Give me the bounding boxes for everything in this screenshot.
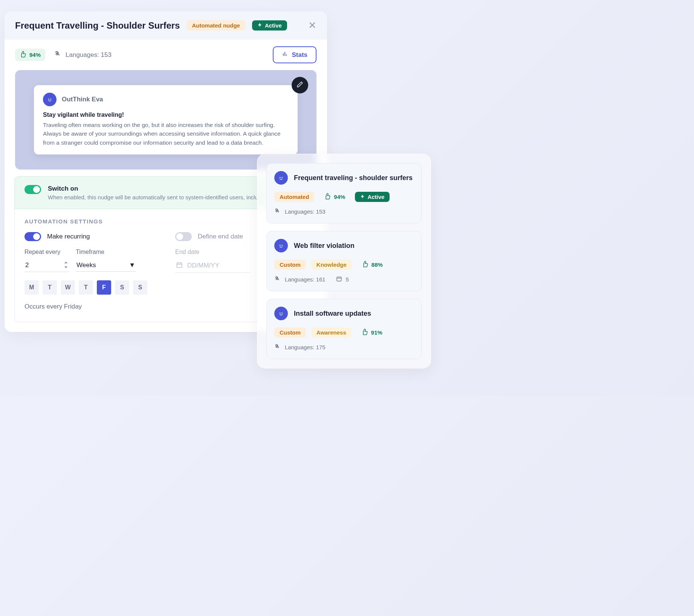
nudge-title: Web filter violation bbox=[294, 242, 355, 250]
languages-label: Languages: 153 bbox=[66, 51, 112, 59]
nudge-card-2[interactable]: Install software updates CustomAwareness… bbox=[266, 299, 422, 359]
bar-chart-icon bbox=[282, 51, 288, 59]
timeframe-select[interactable]: Weeks ▼ bbox=[76, 259, 136, 272]
svg-point-1 bbox=[48, 99, 49, 100]
svg-point-6 bbox=[281, 177, 283, 178]
svg-point-11 bbox=[278, 310, 284, 317]
days-row: MTWTFSS bbox=[24, 280, 156, 295]
nudge-head: Frequent traveling - shoulder surfers bbox=[274, 171, 414, 185]
svg-point-4 bbox=[278, 174, 284, 181]
day-5[interactable]: S bbox=[115, 280, 129, 295]
repeat-input[interactable]: 2 bbox=[24, 259, 69, 272]
nudge-lang-row: Languages: 153 bbox=[274, 208, 414, 216]
timeframe-value: Weeks bbox=[76, 261, 96, 269]
occurs-text: Occurs every Friday bbox=[24, 303, 156, 310]
stats-button[interactable]: Stats bbox=[273, 46, 316, 63]
day-1[interactable]: T bbox=[43, 280, 57, 295]
timeframe-label: Timeframe bbox=[76, 249, 136, 255]
meta-row: 94% Languages: 153 Stats bbox=[5, 40, 327, 70]
tag-primary: Custom bbox=[274, 260, 306, 270]
day-4[interactable]: F bbox=[97, 280, 111, 295]
score-badge: 94% bbox=[15, 49, 45, 61]
card-score: 91% bbox=[357, 326, 387, 339]
day-3[interactable]: T bbox=[79, 280, 93, 295]
nudge-meta: CustomKnowledge88% bbox=[274, 258, 414, 271]
day-0[interactable]: M bbox=[24, 280, 39, 295]
card-languages: Languages: 153 bbox=[285, 208, 326, 215]
nudge-head: Install software updates bbox=[274, 307, 414, 320]
bot-avatar bbox=[43, 93, 57, 106]
timeframe-field: Timeframe Weeks ▼ bbox=[76, 249, 136, 272]
svg-point-8 bbox=[280, 245, 281, 246]
repeat-fields: Repeat every 2 Timeframe Weeks ▼ bbox=[24, 249, 156, 272]
nudge-title: Frequent traveling - shoulder surfers bbox=[294, 174, 413, 182]
chevron-down-icon: ▼ bbox=[129, 261, 135, 269]
page-title: Frequent Travelling - Shoulder Surfers bbox=[15, 20, 180, 31]
message-title: Stay vigilant while traveling! bbox=[43, 112, 289, 118]
bot-avatar bbox=[274, 239, 288, 252]
bot-avatar bbox=[274, 171, 288, 185]
recurring-column: Make recurring Repeat every 2 Timefram bbox=[24, 232, 156, 310]
nudge-title: Install software updates bbox=[294, 310, 371, 318]
message-body: Traveling often means working on the go,… bbox=[43, 121, 289, 147]
stepper-icon[interactable] bbox=[64, 261, 68, 269]
nudge-head: Web filter violation bbox=[274, 239, 414, 252]
svg-point-2 bbox=[50, 99, 51, 100]
languages-info: Languages: 153 bbox=[54, 50, 112, 60]
repeat-label: Repeat every bbox=[24, 249, 69, 255]
card-active-badge: Active bbox=[355, 192, 390, 202]
edit-button[interactable] bbox=[292, 77, 308, 93]
svg-point-0 bbox=[46, 96, 53, 103]
automated-badge: Automated nudge bbox=[186, 20, 245, 31]
day-2[interactable]: W bbox=[61, 280, 75, 295]
switch-label: Switch on bbox=[48, 185, 258, 193]
tag-primary: Automated bbox=[274, 192, 314, 202]
card-languages: Languages: 161 bbox=[285, 276, 326, 283]
translate-icon bbox=[274, 275, 281, 283]
day-6[interactable]: S bbox=[133, 280, 147, 295]
close-button[interactable]: ✕ bbox=[308, 20, 316, 31]
message-head: OutThink Eva bbox=[43, 93, 289, 106]
svg-rect-3 bbox=[177, 263, 182, 267]
card-header: Frequent Travelling - Shoulder Surfers A… bbox=[5, 11, 327, 40]
nudge-card-0[interactable]: Frequent traveling - shoulder surfers Au… bbox=[266, 163, 422, 223]
card-languages: Languages: 175 bbox=[285, 344, 326, 350]
thumb-up-icon bbox=[361, 329, 368, 336]
nudge-card-1[interactable]: Web filter violation CustomKnowledge88% … bbox=[266, 231, 422, 291]
recurring-label: Make recurring bbox=[47, 233, 90, 240]
active-label: Active bbox=[265, 22, 282, 29]
svg-point-5 bbox=[280, 177, 281, 178]
tag-primary: Custom bbox=[274, 327, 306, 338]
tag-secondary: Knowledge bbox=[311, 260, 352, 270]
pencil-icon bbox=[297, 81, 303, 90]
switch-desc: When enabled, this nudge will be automat… bbox=[48, 194, 258, 200]
repeat-value: 2 bbox=[25, 261, 29, 269]
nudge-meta: CustomAwareness91% bbox=[274, 326, 414, 339]
switch-text: Switch on When enabled, this nudge will … bbox=[48, 185, 258, 200]
thumb-up-icon bbox=[20, 51, 26, 59]
translate-icon bbox=[274, 208, 281, 216]
stats-label: Stats bbox=[292, 51, 307, 59]
switch-on-toggle[interactable] bbox=[24, 185, 41, 194]
bolt-icon bbox=[360, 194, 365, 200]
repeat-field: Repeat every 2 bbox=[24, 249, 69, 272]
message-card: OutThink Eva Stay vigilant while traveli… bbox=[34, 85, 298, 154]
thumb-up-icon bbox=[324, 193, 331, 201]
bot-name: OutThink Eva bbox=[62, 96, 103, 103]
bolt-icon bbox=[257, 22, 263, 29]
nudge-list-panel: Frequent traveling - shoulder surfers Au… bbox=[257, 154, 431, 368]
svg-point-9 bbox=[281, 245, 283, 246]
recurring-toggle[interactable] bbox=[24, 232, 41, 241]
tag-secondary: Awareness bbox=[311, 327, 352, 338]
svg-point-7 bbox=[278, 242, 284, 249]
thumb-up-icon bbox=[362, 261, 368, 269]
svg-point-12 bbox=[280, 313, 281, 314]
end-date-input[interactable]: DD/MM/YY bbox=[175, 259, 251, 273]
end-date-toggle[interactable] bbox=[175, 232, 192, 241]
translate-icon bbox=[274, 343, 281, 351]
card-score: 88% bbox=[357, 258, 387, 271]
calendar-icon bbox=[176, 261, 183, 270]
nudge-lang-row: Languages: 175 bbox=[274, 343, 414, 351]
calendar-icon bbox=[336, 276, 342, 283]
nudge-meta: Automated94%Active bbox=[274, 191, 414, 203]
